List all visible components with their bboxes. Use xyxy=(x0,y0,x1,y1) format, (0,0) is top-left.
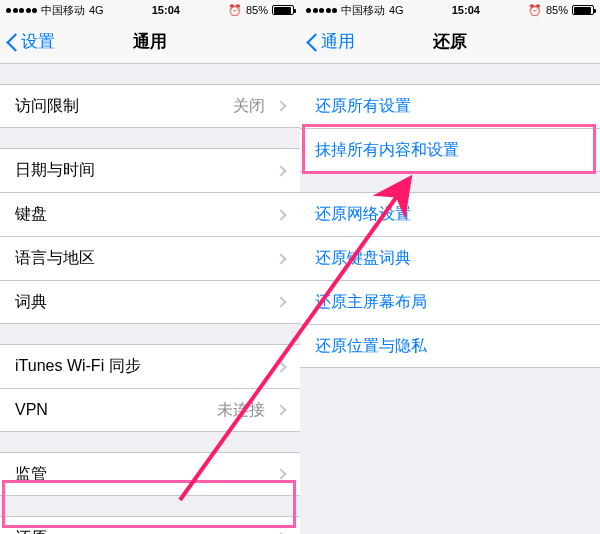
group-general: 日期与时间 键盘 语言与地区 词典 xyxy=(0,148,300,324)
back-label: 设置 xyxy=(21,30,55,53)
battery-pct: 85% xyxy=(246,4,268,16)
row-value: 未连接 xyxy=(217,400,269,421)
row-label: 还原网络设置 xyxy=(315,204,411,225)
status-right: ⏰ 85% xyxy=(528,4,594,17)
row-label: 还原主屏幕布局 xyxy=(315,292,427,313)
screenshot-pair: 中国移动 4G 15:04 ⏰ 85% 设置 通用 访问限制 xyxy=(0,0,600,534)
battery-pct: 85% xyxy=(546,4,568,16)
phone-left: 中国移动 4G 15:04 ⏰ 85% 设置 通用 访问限制 xyxy=(0,0,300,534)
alarm-icon: ⏰ xyxy=(228,4,242,17)
back-button[interactable]: 通用 xyxy=(300,30,355,53)
carrier-label: 中国移动 xyxy=(41,3,85,18)
battery-icon xyxy=(272,5,294,15)
network-label: 4G xyxy=(389,4,404,16)
row-label: 还原 xyxy=(15,528,47,535)
signal-dots-icon xyxy=(6,8,37,13)
group-all: 还原所有设置 抹掉所有内容和设置 xyxy=(300,84,600,172)
row-label: iTunes Wi-Fi 同步 xyxy=(15,356,141,377)
battery-fill xyxy=(274,7,291,14)
row-keyboard[interactable]: 键盘 xyxy=(0,192,300,236)
chevron-right-icon xyxy=(275,296,286,307)
chevron-right-icon xyxy=(275,253,286,264)
chevron-right-icon xyxy=(275,404,286,415)
status-bar: 中国移动 4G 15:04 ⏰ 85% xyxy=(300,0,600,20)
back-button[interactable]: 设置 xyxy=(0,30,55,53)
row-dictionary[interactable]: 词典 xyxy=(0,280,300,324)
row-erase-all[interactable]: 抹掉所有内容和设置 xyxy=(300,128,600,172)
row-label: 还原位置与隐私 xyxy=(315,336,427,357)
chevron-left-icon xyxy=(6,32,18,52)
row-label: 访问限制 xyxy=(15,96,79,117)
battery-fill xyxy=(574,7,591,14)
row-access-restrictions[interactable]: 访问限制 关闭 xyxy=(0,84,300,128)
row-reset[interactable]: 还原 xyxy=(0,516,300,534)
row-itunes-wifi-sync[interactable]: iTunes Wi-Fi 同步 xyxy=(0,344,300,388)
status-right: ⏰ 85% xyxy=(228,4,294,17)
group-more-resets: 还原网络设置 还原键盘词典 还原主屏幕布局 还原位置与隐私 xyxy=(300,192,600,368)
row-reset-keyboard-dict[interactable]: 还原键盘词典 xyxy=(300,236,600,280)
row-value: 关闭 xyxy=(233,96,269,117)
alarm-icon: ⏰ xyxy=(528,4,542,17)
clock: 15:04 xyxy=(452,4,480,16)
row-label: VPN xyxy=(15,401,48,419)
group-sync: iTunes Wi-Fi 同步 VPN 未连接 xyxy=(0,344,300,432)
chevron-right-icon xyxy=(275,100,286,111)
chevron-right-icon xyxy=(275,468,286,479)
phone-right: 中国移动 4G 15:04 ⏰ 85% 通用 还原 还原所有设置 xyxy=(300,0,600,534)
status-left: 中国移动 4G xyxy=(6,3,104,18)
chevron-right-icon xyxy=(275,165,286,176)
clock: 15:04 xyxy=(152,4,180,16)
row-label: 日期与时间 xyxy=(15,160,95,181)
row-language-region[interactable]: 语言与地区 xyxy=(0,236,300,280)
row-reset-home-layout[interactable]: 还原主屏幕布局 xyxy=(300,280,600,324)
back-label: 通用 xyxy=(321,30,355,53)
row-label: 词典 xyxy=(15,292,47,313)
reset-list: 还原所有设置 抹掉所有内容和设置 还原网络设置 还原键盘词典 还原主屏幕布局 还… xyxy=(300,84,600,368)
row-reset-location-privacy[interactable]: 还原位置与隐私 xyxy=(300,324,600,368)
settings-list: 访问限制 关闭 日期与时间 键盘 语言与地区 xyxy=(0,84,300,534)
status-bar: 中国移动 4G 15:04 ⏰ 85% xyxy=(0,0,300,20)
status-left: 中国移动 4G xyxy=(306,3,404,18)
signal-dots-icon xyxy=(306,8,337,13)
row-reset-all-settings[interactable]: 还原所有设置 xyxy=(300,84,600,128)
group-reset: 还原 xyxy=(0,516,300,534)
carrier-label: 中国移动 xyxy=(341,3,385,18)
row-label: 语言与地区 xyxy=(15,248,95,269)
nav-bar: 设置 通用 xyxy=(0,20,300,64)
chevron-right-icon xyxy=(275,361,286,372)
row-profiles[interactable]: 监管 xyxy=(0,452,300,496)
chevron-left-icon xyxy=(306,32,318,52)
row-date-time[interactable]: 日期与时间 xyxy=(0,148,300,192)
row-reset-network[interactable]: 还原网络设置 xyxy=(300,192,600,236)
group-restrictions: 访问限制 关闭 xyxy=(0,84,300,128)
battery-icon xyxy=(572,5,594,15)
row-label: 监管 xyxy=(15,464,47,485)
row-label: 还原键盘词典 xyxy=(315,248,411,269)
row-label: 还原所有设置 xyxy=(315,96,411,117)
nav-bar: 通用 还原 xyxy=(300,20,600,64)
row-label: 抹掉所有内容和设置 xyxy=(315,140,459,161)
network-label: 4G xyxy=(89,4,104,16)
row-label: 键盘 xyxy=(15,204,47,225)
group-profiles: 监管 xyxy=(0,452,300,496)
chevron-right-icon xyxy=(275,209,286,220)
row-vpn[interactable]: VPN 未连接 xyxy=(0,388,300,432)
